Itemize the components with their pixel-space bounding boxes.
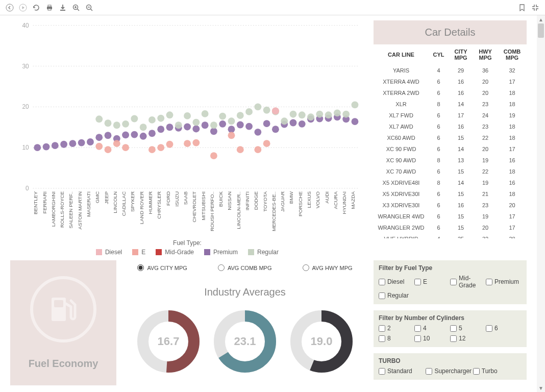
car-details-panel: Car Details CAR LINECYLCITY MPGHWY MPGCO… xyxy=(374,20,527,255)
table-row[interactable]: XLR8142318 xyxy=(374,99,527,110)
scroll-up-icon[interactable]: ▲ xyxy=(538,16,543,22)
svg-point-90 xyxy=(352,118,359,125)
play-icon[interactable] xyxy=(18,3,28,12)
table-row[interactable]: X5 XDRIVE48I8141916 xyxy=(374,177,527,188)
legend-label: Premium xyxy=(213,249,238,256)
legend-swatch xyxy=(132,249,138,255)
svg-point-120 xyxy=(352,101,359,108)
bookmark-icon[interactable] xyxy=(517,3,527,12)
fuel-pump-icon xyxy=(30,276,96,342)
filter-checkbox[interactable]: Premium xyxy=(486,275,522,289)
back-icon[interactable] xyxy=(5,3,14,12)
donut-chart: 23.1 xyxy=(212,308,278,375)
svg-point-60 xyxy=(87,138,94,145)
zoom-out-icon[interactable] xyxy=(85,3,94,12)
table-header[interactable]: CYL xyxy=(429,44,449,65)
table-header[interactable]: CAR LINE xyxy=(374,44,429,65)
svg-text:FORD: FORD xyxy=(165,191,171,206)
filter-checkbox[interactable]: 6 xyxy=(486,325,522,332)
filter-title: Filter by Number of Cylinders xyxy=(379,314,522,322)
print-icon[interactable] xyxy=(45,3,54,12)
chart-svg: 010203040BENTLEYFERRARILAMBORGHINIROLLS-… xyxy=(10,20,364,235)
averages-title: Industry Averages xyxy=(126,286,364,298)
table-row[interactable]: XC 90 FWD6142017 xyxy=(374,143,527,155)
metric-radio[interactable]: AVG CITY MPG xyxy=(137,264,187,271)
legend-item[interactable]: Mid-Grade xyxy=(156,249,194,256)
table-row[interactable]: WRANGLER 2WD6152017 xyxy=(374,222,527,233)
svg-point-132 xyxy=(237,146,244,153)
svg-point-116 xyxy=(316,111,323,118)
filter-checkbox[interactable]: 10 xyxy=(414,335,450,342)
scroll-down-icon[interactable]: ▼ xyxy=(538,385,543,391)
table-row[interactable]: VUE HYBRID4253228 xyxy=(374,233,527,238)
svg-point-57 xyxy=(60,141,67,148)
scroll-thumb[interactable] xyxy=(538,23,544,38)
legend-item[interactable]: Regular xyxy=(248,249,279,256)
vertical-scrollbar[interactable]: ▲ ▼ xyxy=(537,15,545,392)
filter-checkbox[interactable]: Standard xyxy=(379,368,426,375)
svg-point-123 xyxy=(113,140,120,147)
table-header[interactable]: COMB MPG xyxy=(498,44,527,65)
svg-text:SPYKER: SPYKER xyxy=(130,191,135,212)
filter-checkbox[interactable]: 4 xyxy=(414,325,450,332)
filter-checkbox[interactable]: 8 xyxy=(379,335,414,342)
legend-item[interactable]: E xyxy=(132,249,145,256)
collapse-icon[interactable] xyxy=(531,3,540,12)
filter-checkbox[interactable]: Supercharger xyxy=(426,368,473,375)
content: 010203040BENTLEYFERRARILAMBORGHINIROLLS-… xyxy=(0,15,537,392)
filter-checkbox[interactable]: Diesel xyxy=(379,275,414,289)
filter-box: TURBOStandardSuperchargerTurbo xyxy=(374,353,527,380)
svg-point-95 xyxy=(131,115,138,122)
svg-point-121 xyxy=(95,143,103,150)
svg-point-133 xyxy=(254,146,261,153)
svg-point-94 xyxy=(122,120,129,128)
legend-title: Fuel Type: xyxy=(10,239,364,247)
table-row[interactable]: YARIS4293632 xyxy=(374,65,527,76)
filter-checkbox[interactable]: 2 xyxy=(379,325,414,332)
svg-point-91 xyxy=(95,115,103,122)
filter-checkbox[interactable]: Regular xyxy=(379,292,414,299)
legend-item[interactable]: Diesel xyxy=(96,249,122,256)
table-row[interactable]: XC60 AWD6152218 xyxy=(374,132,527,143)
donut-value: 23.1 xyxy=(234,335,256,348)
table-row[interactable]: WRANGLER 4WD6151917 xyxy=(374,211,527,222)
svg-text:10: 10 xyxy=(22,144,29,151)
metric-radio[interactable]: AVG COMB MPG xyxy=(218,264,272,271)
metric-radio[interactable]: AVG HWY MPG xyxy=(303,264,353,271)
refresh-icon[interactable] xyxy=(32,3,41,12)
table-row[interactable]: XL7 FWD6172419 xyxy=(374,110,527,121)
svg-text:BUICK: BUICK xyxy=(218,191,224,207)
svg-text:ASTON MARTIN: ASTON MARTIN xyxy=(77,191,83,230)
svg-text:20: 20 xyxy=(22,103,29,110)
table-row[interactable]: X3 XDRIVE30I6162320 xyxy=(374,200,527,211)
download-icon[interactable] xyxy=(58,3,67,12)
svg-point-79 xyxy=(254,129,261,136)
filter-checkbox[interactable]: Mid-Grade xyxy=(450,275,486,289)
filter-title: Filter by Fuel Type xyxy=(379,264,522,272)
filter-checkbox[interactable]: 12 xyxy=(450,335,486,342)
filter-checkbox[interactable]: 5 xyxy=(450,325,486,332)
table-row[interactable]: XC 70 AWD6152218 xyxy=(374,166,527,177)
legend-item[interactable]: Premium xyxy=(204,249,238,256)
svg-text:BMW: BMW xyxy=(288,191,294,204)
svg-text:CHEVROLET: CHEVROLET xyxy=(191,191,197,223)
table-header[interactable]: HWY MPG xyxy=(473,44,498,65)
svg-point-134 xyxy=(263,140,270,147)
svg-point-125 xyxy=(148,146,156,153)
filter-checkbox[interactable]: E xyxy=(414,275,450,289)
details-scroll[interactable]: CAR LINECYLCITY MPGHWY MPGCOMB MPG YARIS… xyxy=(374,44,527,238)
svg-text:0: 0 xyxy=(26,185,29,192)
table-header[interactable]: CITY MPG xyxy=(449,44,473,65)
zoom-in-icon[interactable] xyxy=(71,3,81,12)
svg-rect-4 xyxy=(48,9,51,10)
table-row[interactable]: XL7 AWD6162318 xyxy=(374,121,527,132)
legend-swatch xyxy=(156,249,162,255)
table-row[interactable]: XTERRA 4WD6162017 xyxy=(374,76,527,87)
svg-point-66 xyxy=(140,133,147,140)
table-row[interactable]: XTERRA 2WD6162018 xyxy=(374,87,527,99)
fuel-card-label: Fuel Economy xyxy=(29,358,98,370)
table-row[interactable]: X5 XDRIVE30I6152118 xyxy=(374,188,527,200)
filter-checkbox[interactable]: Turbo xyxy=(473,368,520,375)
svg-text:MASERATI: MASERATI xyxy=(86,191,91,217)
table-row[interactable]: XC 90 AWD8131916 xyxy=(374,155,527,166)
